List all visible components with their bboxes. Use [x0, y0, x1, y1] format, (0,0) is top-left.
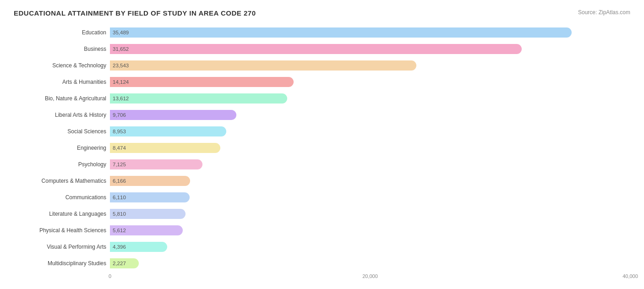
bar-row-communications: Communications6,110: [14, 190, 630, 205]
bar-row-science---technology: Science & Technology23,543: [14, 58, 630, 73]
bar-row-business: Business31,652: [14, 42, 630, 56]
bar: 4,396: [110, 242, 167, 252]
bar-label: Computers & Mathematics: [14, 178, 110, 184]
bar-label: Communications: [14, 194, 110, 201]
bar-value-label: 13,612: [113, 96, 129, 101]
bar-value-label: 8,953: [113, 129, 126, 134]
bar-label: Arts & Humanities: [14, 79, 110, 85]
bar-row-social-sciences: Social Sciences8,953: [14, 124, 630, 139]
bar: 6,166: [110, 176, 190, 186]
bar-label: Education: [14, 29, 110, 36]
bar-value-label: 2,227: [113, 261, 126, 266]
bar-label: Science & Technology: [14, 62, 110, 69]
bar: 9,706: [110, 110, 236, 120]
bar-value-label: 9,706: [113, 112, 126, 118]
bar-container: 7,125: [110, 159, 630, 169]
bar-label: Liberal Arts & History: [14, 112, 110, 118]
bar-row-physical---health-sciences: Physical & Health Sciences5,612: [14, 223, 630, 238]
source-label: Source: ZipAtlas.com: [578, 9, 630, 16]
bar-label: Multidisciplinary Studies: [14, 260, 110, 267]
bar-container: 6,110: [110, 192, 630, 202]
bar-container: 9,706: [110, 110, 630, 120]
bar: 6,110: [110, 192, 190, 202]
bar-row-liberal-arts---history: Liberal Arts & History9,706: [14, 108, 630, 122]
x-axis-tick: 40,000: [622, 273, 638, 279]
bar: 13,612: [110, 93, 287, 104]
bar-container: 13,612: [110, 93, 630, 104]
bar-container: 31,652: [110, 44, 630, 54]
bar-value-label: 4,396: [113, 244, 126, 250]
bar-row-bio--nature---agricultural: Bio, Nature & Agricultural13,612: [14, 91, 630, 106]
bar-label: Engineering: [14, 145, 110, 151]
bar-container: 6,166: [110, 176, 630, 186]
bar-value-label: 35,489: [113, 30, 129, 35]
chart-area: Education35,489Business31,652Science & T…: [14, 25, 630, 271]
bar: 2,227: [110, 258, 139, 268]
bar-row-education: Education35,489: [14, 25, 630, 40]
bar-row-engineering: Engineering8,474: [14, 141, 630, 155]
bar-container: 4,396: [110, 242, 630, 252]
bar-container: 5,612: [110, 225, 630, 235]
bar-container: 23,543: [110, 60, 630, 71]
bar: 8,474: [110, 143, 220, 153]
x-axis-tick: 0: [109, 273, 111, 279]
bar-label: Bio, Nature & Agricultural: [14, 95, 110, 102]
bar-label: Psychology: [14, 161, 110, 168]
bar: 8,953: [110, 126, 226, 136]
bar-container: 35,489: [110, 27, 630, 38]
bar-label: Social Sciences: [14, 128, 110, 135]
bar-label: Business: [14, 46, 110, 52]
bar-container: 14,124: [110, 77, 630, 87]
bar-row-psychology: Psychology7,125: [14, 157, 630, 172]
bar-value-label: 5,612: [113, 228, 126, 233]
bar-row-literature---languages: Literature & Languages5,810: [14, 207, 630, 221]
bar-value-label: 6,110: [113, 195, 126, 200]
bar-value-label: 7,125: [113, 162, 126, 167]
bar-container: 8,953: [110, 126, 630, 136]
x-axis-tick: 20,000: [362, 273, 378, 279]
bar-value-label: 23,543: [113, 63, 129, 68]
bar: 5,810: [110, 209, 186, 219]
bar: 35,489: [110, 27, 572, 38]
bar-label: Literature & Languages: [14, 211, 110, 217]
bar-row-visual---performing-arts: Visual & Performing Arts4,396: [14, 240, 630, 254]
bar-container: 8,474: [110, 143, 630, 153]
bar-container: 2,227: [110, 258, 630, 268]
bar-label: Visual & Performing Arts: [14, 244, 110, 250]
bar: 5,612: [110, 225, 183, 235]
bar-value-label: 5,810: [113, 211, 126, 217]
bar-row-computers---mathematics: Computers & Mathematics6,166: [14, 174, 630, 188]
bar: 14,124: [110, 77, 294, 87]
bar-row-multidisciplinary-studies: Multidisciplinary Studies2,227: [14, 256, 630, 271]
x-axis: 020,00040,000: [14, 273, 630, 283]
bar-container: 5,810: [110, 209, 630, 219]
bar-value-label: 14,124: [113, 79, 129, 85]
chart-title: EDUCATIONAL ATTAINMENT BY FIELD OF STUDY…: [14, 9, 256, 17]
bar: 31,652: [110, 44, 522, 54]
bar-label: Physical & Health Sciences: [14, 227, 110, 234]
bar: 23,543: [110, 60, 416, 71]
bar-row-arts---humanities: Arts & Humanities14,124: [14, 75, 630, 89]
bar: 7,125: [110, 159, 202, 169]
bar-value-label: 8,474: [113, 145, 126, 151]
bar-value-label: 6,166: [113, 178, 126, 184]
bar-value-label: 31,652: [113, 46, 129, 52]
